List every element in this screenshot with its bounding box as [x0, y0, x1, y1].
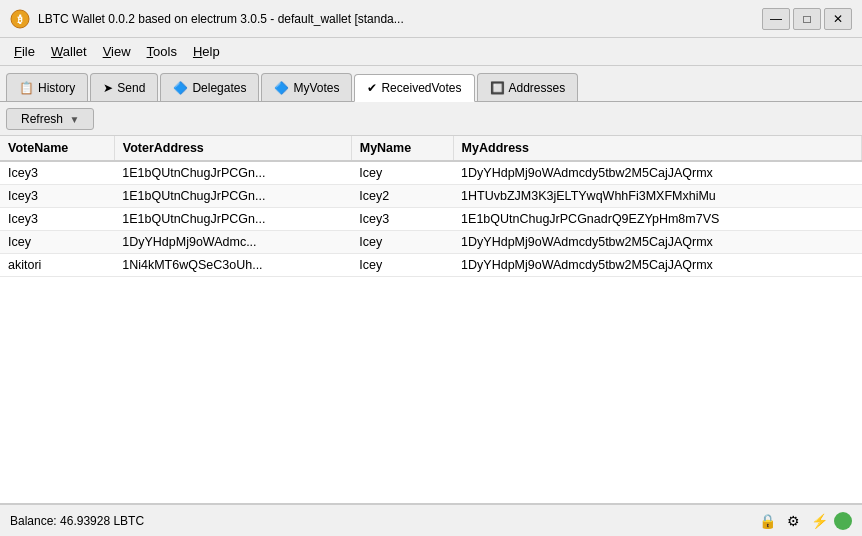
app-icon: ₿: [10, 9, 30, 29]
cell-myaddress: 1DyYHdpMj9oWAdmcdy5tbw2M5CajJAQrmx: [453, 254, 861, 277]
cell-votename: Icey3: [0, 161, 114, 185]
cell-myname: Icey2: [351, 185, 453, 208]
cell-votename: Icey: [0, 231, 114, 254]
col-header-votename[interactable]: VoteName: [0, 136, 114, 161]
toolbar: Refresh ▼: [0, 102, 862, 136]
cell-myname: Icey: [351, 254, 453, 277]
menu-file[interactable]: File: [6, 41, 43, 62]
menu-help[interactable]: Help: [185, 41, 228, 62]
cell-myaddress: 1DyYHdpMj9oWAdmcdy5tbw2M5CajJAQrmx: [453, 161, 861, 185]
title-bar: ₿ LBTC Wallet 0.0.2 based on electrum 3.…: [0, 0, 862, 38]
cell-votename: Icey3: [0, 208, 114, 231]
cell-voteraddress: 1Ni4kMT6wQSeC3oUh...: [114, 254, 351, 277]
tab-delegates[interactable]: 🔷 Delegates: [160, 73, 259, 101]
svg-text:₿: ₿: [17, 14, 23, 25]
table-row[interactable]: akitori1Ni4kMT6wQSeC3oUh...Icey1DyYHdpMj…: [0, 254, 862, 277]
cell-voteraddress: 1E1bQUtnChugJrPCGn...: [114, 185, 351, 208]
status-icons: 🔒 ⚙ ⚡: [756, 510, 852, 532]
cell-voteraddress: 1E1bQUtnChugJrPCGn...: [114, 208, 351, 231]
table-row[interactable]: Icey31E1bQUtnChugJrPCGn...Icey31E1bQUtnC…: [0, 208, 862, 231]
lock-icon: 🔒: [756, 510, 778, 532]
cell-myaddress: 1HTUvbZJM3K3jELTYwqWhhFi3MXFMxhiMu: [453, 185, 861, 208]
maximize-button[interactable]: □: [793, 8, 821, 30]
cell-myaddress: 1E1bQUtnChugJrPCGnadrQ9EZYpHm8m7VS: [453, 208, 861, 231]
cell-myname: Icey3: [351, 208, 453, 231]
table-header-row: VoteName VoterAddress MyName MyAddress: [0, 136, 862, 161]
refresh-dropdown-arrow: ▼: [69, 114, 79, 125]
history-tab-icon: 📋: [19, 81, 34, 95]
tab-send[interactable]: ➤ Send: [90, 73, 158, 101]
refresh-button[interactable]: Refresh ▼: [6, 108, 94, 130]
menu-view[interactable]: View: [95, 41, 139, 62]
tab-bar: 📋 History ➤ Send 🔷 Delegates 🔷 MyVotes ✔…: [0, 66, 862, 102]
menu-tools[interactable]: Tools: [139, 41, 185, 62]
window-title: LBTC Wallet 0.0.2 based on electrum 3.0.…: [38, 12, 759, 26]
table-row[interactable]: Icey31E1bQUtnChugJrPCGn...Icey21HTUvbZJM…: [0, 185, 862, 208]
menu-wallet[interactable]: Wallet: [43, 41, 95, 62]
table-row[interactable]: Icey31E1bQUtnChugJrPCGn...Icey1DyYHdpMj9…: [0, 161, 862, 185]
tab-receivedvotes[interactable]: ✔ ReceivedVotes: [354, 74, 474, 102]
tab-myvotes[interactable]: 🔷 MyVotes: [261, 73, 352, 101]
minimize-button[interactable]: —: [762, 8, 790, 30]
myvotes-tab-icon: 🔷: [274, 81, 289, 95]
cell-voteraddress: 1DyYHdpMj9oWAdmc...: [114, 231, 351, 254]
addresses-tab-icon: 🔲: [490, 81, 505, 95]
menu-bar: File Wallet View Tools Help: [0, 38, 862, 66]
cell-myname: Icey: [351, 161, 453, 185]
received-votes-table-container: VoteName VoterAddress MyName MyAddress I…: [0, 136, 862, 504]
cell-voteraddress: 1E1bQUtnChugJrPCGn...: [114, 161, 351, 185]
cell-votename: akitori: [0, 254, 114, 277]
col-header-myname[interactable]: MyName: [351, 136, 453, 161]
receivedvotes-tab-icon: ✔: [367, 81, 377, 95]
cell-myaddress: 1DyYHdpMj9oWAdmcdy5tbw2M5CajJAQrmx: [453, 231, 861, 254]
connection-status-indicator: [834, 512, 852, 530]
balance-display: Balance: 46.93928 LBTC: [10, 514, 144, 528]
col-header-myaddress[interactable]: MyAddress: [453, 136, 861, 161]
table-row[interactable]: Icey1DyYHdpMj9oWAdmc...Icey1DyYHdpMj9oWA…: [0, 231, 862, 254]
tab-addresses[interactable]: 🔲 Addresses: [477, 73, 579, 101]
status-bar: Balance: 46.93928 LBTC 🔒 ⚙ ⚡: [0, 504, 862, 536]
delegates-tab-icon: 🔷: [173, 81, 188, 95]
close-button[interactable]: ✕: [824, 8, 852, 30]
send-tab-icon: ➤: [103, 81, 113, 95]
received-votes-table: VoteName VoterAddress MyName MyAddress I…: [0, 136, 862, 277]
tab-history[interactable]: 📋 History: [6, 73, 88, 101]
col-header-voteraddress[interactable]: VoterAddress: [114, 136, 351, 161]
cell-votename: Icey3: [0, 185, 114, 208]
cell-myname: Icey: [351, 231, 453, 254]
lightning-icon: ⚡: [808, 510, 830, 532]
tools-icon: ⚙: [782, 510, 804, 532]
